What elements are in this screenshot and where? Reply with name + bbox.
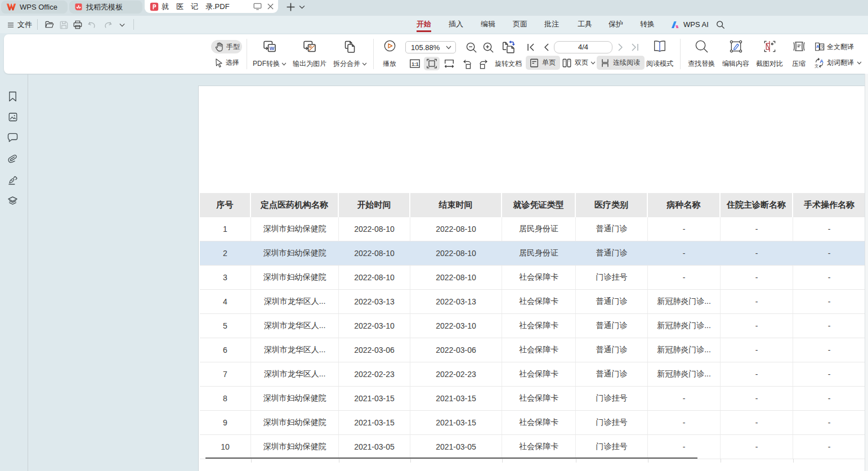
new-tab-button[interactable] [284, 1, 297, 12]
fit-width-button[interactable] [442, 57, 457, 70]
pdf-convert-button[interactable]: W PDF转换 [253, 38, 287, 70]
page-number-input[interactable]: 4/4 [554, 41, 612, 53]
table-cell: 深圳市龙华区人... [251, 314, 339, 338]
vertical-scrollbar[interactable] [865, 74, 868, 471]
divider [133, 19, 134, 30]
table-cell: 2022-08-10 [410, 241, 502, 265]
tab-wps-home[interactable]: WPS Office [1, 1, 68, 14]
actual-size-button[interactable]: 1:1 [408, 57, 422, 70]
full-translate-button[interactable]: A文 全文翻译 [814, 42, 854, 52]
file-menu-button[interactable]: 文件 [7, 19, 32, 31]
table-bottom-border [205, 457, 697, 459]
compress-button[interactable]: 压缩 [786, 38, 812, 70]
table-row[interactable]: 5深圳市龙华区人...2022-03-102022-03-10社会保障卡普通门诊… [200, 314, 865, 338]
comment-panel-button[interactable] [6, 131, 20, 145]
last-page-button[interactable] [630, 41, 640, 54]
export-image-label: 输出为图片 [293, 59, 326, 69]
pdf-page[interactable]: 序号定点医药机构名称开始时间结束时间就诊凭证类型医疗类别病种名称住院主诊断名称手… [198, 86, 868, 471]
search-icon[interactable] [714, 19, 727, 31]
table-cell: - [721, 387, 793, 410]
table-row[interactable]: 4深圳市龙华区人...2022-03-132022-03-13社会保障卡普通门诊… [200, 290, 865, 314]
menu-tab-insert[interactable]: 插入 [442, 16, 470, 31]
table-cell: 2022-03-13 [410, 290, 502, 313]
column-separator-stub [339, 459, 339, 463]
table-row[interactable]: 1深圳市妇幼保健院2022-08-102022-08-10居民身份证普通门诊--… [200, 217, 865, 241]
next-page-button[interactable] [616, 41, 625, 54]
table-cell: 2021-03-05 [339, 435, 410, 459]
table-cell: - [793, 387, 865, 410]
double-page-view-button[interactable]: 双页 [560, 56, 598, 70]
zoom-value: 105.88% [411, 43, 446, 52]
export-image-button[interactable]: 输出为图片 [293, 38, 326, 70]
wps-ai-button[interactable]: WPS AI [671, 18, 709, 31]
menu-tab-tools[interactable]: 工具 [571, 16, 599, 31]
tab-docer-templates[interactable]: 找稻壳模板 [69, 1, 142, 14]
table-cell: 社会保障卡 [502, 435, 576, 459]
zoom-out-button[interactable] [463, 39, 480, 55]
layers-panel-button[interactable] [6, 194, 20, 208]
table-body: 1深圳市妇幼保健院2022-08-102022-08-10居民身份证普通门诊--… [200, 217, 865, 459]
header-cell: 序号 [200, 193, 251, 217]
more-commands-chevron-icon[interactable] [116, 19, 128, 31]
rotate-left-button[interactable] [460, 57, 475, 70]
edit-content-button[interactable]: 编辑内容 [719, 38, 753, 70]
single-page-view-button[interactable]: 单页 [526, 56, 560, 70]
medical-records-table: 序号定点医药机构名称开始时间结束时间就诊凭证类型医疗类别病种名称住院主诊断名称手… [200, 193, 865, 459]
column-separator-stub [576, 459, 576, 463]
screenshot-compare-button[interactable]: 截图对比 [753, 38, 786, 70]
menu-tab-comment[interactable]: 批注 [538, 16, 566, 31]
continuous-read-button[interactable]: 连续阅读 [597, 56, 645, 70]
table-row[interactable]: 7深圳市龙华区人...2022-02-232022-02-23社会保障卡普通门诊… [200, 362, 865, 387]
zoom-level-select[interactable]: 105.88% [405, 41, 456, 53]
bookmark-panel-button[interactable] [6, 89, 20, 104]
tab-document-active[interactable]: 就 医 记 录.PDF [145, 0, 278, 13]
signature-panel-button[interactable] [6, 173, 20, 187]
table-cell: 社会保障卡 [502, 290, 576, 313]
table-row[interactable]: 3深圳市妇幼保健院2022-08-102022-08-10社会保障卡门诊挂号--… [200, 266, 865, 290]
table-cell: 2022-03-06 [339, 338, 410, 362]
rotate-document-button[interactable]: 旋转文档 [492, 38, 525, 70]
attachment-panel-button[interactable] [6, 152, 20, 166]
sidebar-rail [0, 74, 28, 471]
tab-list-chevron-icon[interactable] [297, 2, 306, 12]
table-cell: 深圳市妇幼保健院 [251, 435, 339, 459]
menu-tab-convert[interactable]: 转换 [633, 16, 661, 31]
table-cell: - [721, 266, 793, 289]
menu-tab-page[interactable]: 页面 [506, 16, 534, 31]
table-cell: - [793, 314, 865, 338]
table-row[interactable]: 6深圳市龙华区人...2022-03-062022-03-06社会保障卡普通门诊… [200, 338, 865, 362]
table-cell: 新冠肺炎门诊... [648, 338, 721, 362]
thumbnail-panel-button[interactable] [6, 110, 20, 124]
word-translate-button[interactable]: A文 划词翻译 [814, 57, 862, 68]
find-replace-icon [695, 39, 709, 53]
table-cell: - [721, 290, 793, 313]
print-button[interactable] [71, 19, 84, 31]
rotate-right-button[interactable] [476, 57, 491, 70]
open-file-button[interactable] [43, 19, 56, 31]
select-tool-button[interactable]: 选择 [211, 56, 242, 69]
menu-tab-edit[interactable]: 编辑 [474, 16, 502, 31]
previous-page-button[interactable] [542, 41, 551, 54]
table-row[interactable]: 2深圳市妇幼保健院2022-08-102022-08-10居民身份证普通门诊--… [200, 241, 865, 266]
menu-tab-home[interactable]: 开始 [410, 16, 438, 31]
split-merge-button[interactable]: 拆分合并 [333, 38, 367, 70]
table-cell: 9 [200, 411, 251, 434]
menu-tab-protect[interactable]: 保护 [602, 16, 630, 31]
play-button[interactable]: 播放 [373, 38, 406, 70]
monitor-icon[interactable] [253, 3, 262, 10]
table-row[interactable]: 10深圳市妇幼保健院2021-03-052021-03-05社会保障卡门诊挂号-… [200, 435, 865, 459]
chevron-down-icon [857, 61, 862, 65]
close-tab-icon[interactable] [267, 3, 274, 10]
table-row[interactable]: 8深圳市妇幼保健院2021-03-152021-03-15社会保障卡门诊挂号--… [200, 387, 865, 411]
fit-page-button[interactable] [424, 57, 440, 70]
find-replace-button[interactable]: 查找替换 [684, 38, 718, 70]
read-mode-button[interactable]: 阅读模式 [643, 38, 676, 70]
first-page-button[interactable] [526, 41, 536, 54]
undo-button[interactable] [86, 19, 98, 31]
find-replace-label: 查找替换 [688, 59, 715, 69]
save-button[interactable] [57, 19, 70, 31]
wps-pdf-application: WPS Office 找稻壳模板 就 医 记 录.PDF 文件 开始 插入 编 [0, 0, 868, 471]
redo-button[interactable] [101, 19, 114, 31]
hand-tool-button[interactable]: 手型 [211, 40, 242, 53]
table-row[interactable]: 9深圳市妇幼保健院2021-03-152021-03-15社会保障卡门诊挂号--… [200, 411, 865, 435]
